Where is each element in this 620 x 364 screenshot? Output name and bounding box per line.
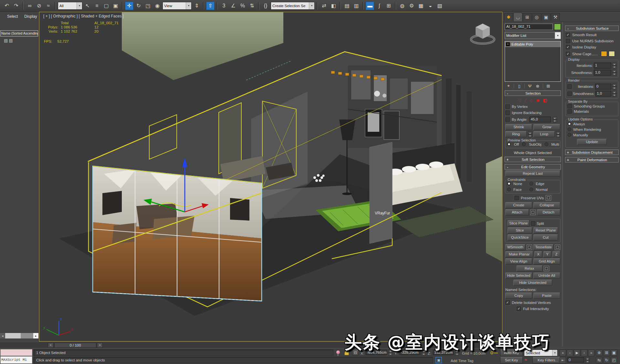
- modifier-stack[interactable]: + Editable Poly: [505, 41, 561, 82]
- display-iterations-field[interactable]: 1: [594, 63, 611, 68]
- display-smoothness-field[interactable]: 1,0: [594, 70, 611, 76]
- rollout-paint-deformation[interactable]: + Paint Deformation: [565, 157, 619, 162]
- toggle-ribbon-icon[interactable]: ▬: [366, 2, 374, 10]
- align-icon[interactable]: ◧: [329, 2, 338, 10]
- msmooth-button[interactable]: MSmooth: [505, 244, 525, 250]
- use-nurms-checkbox[interactable]: Use NURMS Subdivision: [566, 39, 618, 43]
- spinner-up-icon[interactable]: ▴: [612, 91, 616, 94]
- rollout-subdivision-surface[interactable]: - Subdivision Surface: [565, 26, 619, 31]
- spinner-up-icon[interactable]: ▴: [553, 117, 557, 120]
- loop-spinner[interactable]: ▴ ▾: [556, 131, 560, 137]
- spinner-up-icon[interactable]: ▴: [612, 70, 616, 73]
- frame-spinner[interactable]: ▴ ▾: [585, 357, 590, 363]
- display-iterations-spinner[interactable]: ▴ ▾: [612, 63, 616, 68]
- quickslice-button[interactable]: QuickSlice: [508, 234, 532, 241]
- preview-multi-radio[interactable]: [544, 142, 549, 146]
- play-icon[interactable]: ▶: [574, 349, 580, 356]
- make-planar-x-button[interactable]: X: [534, 251, 542, 257]
- curve-editor-icon[interactable]: ∫: [375, 2, 384, 10]
- tessellate-button[interactable]: Tessellate: [533, 244, 553, 250]
- object-name-field[interactable]: AI_18_002_71: [505, 24, 553, 30]
- spinner-down-icon[interactable]: ▾: [612, 87, 616, 89]
- select-and-link-icon[interactable]: ∞: [26, 2, 34, 10]
- render-production-icon[interactable]: ◒: [426, 2, 435, 10]
- spinner-up-icon[interactable]: ▴: [556, 131, 560, 134]
- spinner-down-icon[interactable]: ▾: [612, 66, 616, 68]
- by-vertex-checkbox[interactable]: By Vertex: [505, 104, 560, 109]
- remove-modifier-icon[interactable]: ⊗: [534, 84, 541, 88]
- slice-plane-button[interactable]: Slice Plane: [508, 220, 530, 226]
- preserve-uvs-checkbox[interactable]: [514, 196, 519, 200]
- loop-button[interactable]: Loop: [533, 131, 555, 137]
- name-column-header[interactable]: Name (Sorted Ascending): [0, 30, 38, 36]
- use-pivot-point-center-icon[interactable]: ⇕: [193, 2, 201, 10]
- select-object-icon[interactable]: ↖: [83, 2, 92, 10]
- cage-selected-color-swatch[interactable]: [609, 51, 615, 57]
- bind-to-space-warp-icon[interactable]: ≈: [44, 2, 53, 10]
- menu-select[interactable]: Select: [7, 14, 18, 19]
- time-next-button[interactable]: >: [97, 343, 103, 348]
- select-by-name-icon[interactable]: ≡: [93, 2, 101, 10]
- relax-settings-icon[interactable]: [544, 266, 549, 271]
- unhide-all-button[interactable]: Unhide All: [533, 273, 560, 279]
- update-when-rendering-radio[interactable]: [567, 127, 572, 131]
- rollout-subdivision-displacement[interactable]: + Subdivision Displacement: [565, 150, 619, 155]
- make-planar-button[interactable]: Make Planar: [505, 251, 533, 257]
- spinner-down-icon[interactable]: ▾: [553, 120, 557, 122]
- smoothing-groups-checkbox[interactable]: Smoothing Groups: [567, 104, 616, 109]
- paste-button[interactable]: Paste: [533, 293, 560, 299]
- smooth-result-checkbox[interactable]: ✓ Smooth Result: [566, 33, 618, 37]
- hide-selected-button[interactable]: Hide Selected: [505, 273, 532, 279]
- constraint-none-radio[interactable]: [507, 182, 511, 186]
- full-interactivity-checkbox[interactable]: ✓ Full Interactivity: [505, 307, 560, 311]
- constraint-face-radio[interactable]: [507, 187, 511, 192]
- zoom-icon[interactable]: ⊕: [596, 349, 603, 356]
- isolate-pin-icon[interactable]: [336, 350, 340, 354]
- rectangular-selection-region-icon[interactable]: ▢: [102, 2, 110, 10]
- spinner-up-icon[interactable]: ▴: [528, 131, 532, 134]
- spinner-up-icon[interactable]: ▴: [585, 357, 590, 360]
- element-subobject-icon[interactable]: ◧: [543, 98, 547, 103]
- viewport[interactable]: VRayFur z y x [ + ] [ Orthographic ] [ S…: [39, 12, 503, 342]
- border-subobject-icon[interactable]: ◇: [530, 98, 533, 103]
- isolate-selection-icon[interactable]: ▣: [436, 357, 442, 363]
- rollout-soft-selection[interactable]: + Soft Selection: [505, 157, 561, 162]
- spinner-down-icon[interactable]: ▾: [528, 134, 532, 137]
- edit-named-selection-sets-icon[interactable]: {}: [261, 2, 270, 10]
- set-key-button[interactable]: Set Key: [500, 357, 523, 364]
- schematic-view-icon[interactable]: ⊞: [384, 2, 393, 10]
- render-smoothness-spinner[interactable]: ▴ ▾: [612, 91, 616, 97]
- render-smoothness-checkbox[interactable]: [567, 91, 572, 96]
- snaps-toggle-3d-icon[interactable]: 3: [220, 2, 228, 10]
- relax-button[interactable]: Relax: [517, 265, 542, 272]
- tab-modify-icon[interactable]: ◡: [513, 13, 522, 21]
- time-slider[interactable]: 0 / 100: [54, 343, 96, 348]
- msmooth-settings-icon[interactable]: [527, 244, 532, 250]
- show-end-result-icon[interactable]: ▯: [515, 84, 523, 88]
- percent-snap-icon[interactable]: %: [238, 2, 247, 10]
- key-filters-button[interactable]: Key Filters...: [532, 357, 563, 364]
- pin-stack-icon[interactable]: ⌖: [505, 83, 512, 88]
- ignore-backfacing-checkbox[interactable]: Ignore Backfacing: [505, 110, 560, 115]
- stack-item-editable-poly[interactable]: + Editable Poly: [505, 41, 561, 47]
- select-and-move-icon[interactable]: ✛: [125, 2, 133, 10]
- attach-settings-icon[interactable]: [530, 210, 536, 215]
- selection-filter-dropdown[interactable]: All ▾: [58, 2, 82, 10]
- horizontal-scrollbar[interactable]: ◂ ▸: [0, 333, 38, 338]
- rendered-frame-window-icon[interactable]: ▦: [417, 2, 425, 10]
- reference-coordinate-dropdown[interactable]: View ▾: [163, 2, 192, 10]
- modifier-list-dropdown[interactable]: Modifier List ▾: [505, 32, 561, 39]
- viewcube[interactable]: [468, 21, 497, 47]
- toggle-scene-explorer-icon[interactable]: ▤: [343, 2, 351, 10]
- undo-icon[interactable]: ↶: [3, 2, 11, 10]
- cage-color-swatch[interactable]: [601, 51, 607, 57]
- detach-button[interactable]: Detach: [537, 209, 561, 215]
- render-smoothness-field[interactable]: 1,0: [595, 91, 611, 97]
- render-iterations-field[interactable]: 0: [595, 84, 611, 89]
- by-angle-field[interactable]: 45,0: [530, 117, 551, 122]
- material-editor-icon[interactable]: ◍: [398, 2, 406, 10]
- unlink-selection-icon[interactable]: ⊘: [35, 2, 43, 10]
- collapse-button[interactable]: Collapse: [533, 202, 560, 208]
- by-angle-checkbox[interactable]: [505, 117, 510, 122]
- scroll-left-icon[interactable]: ◂: [0, 333, 5, 338]
